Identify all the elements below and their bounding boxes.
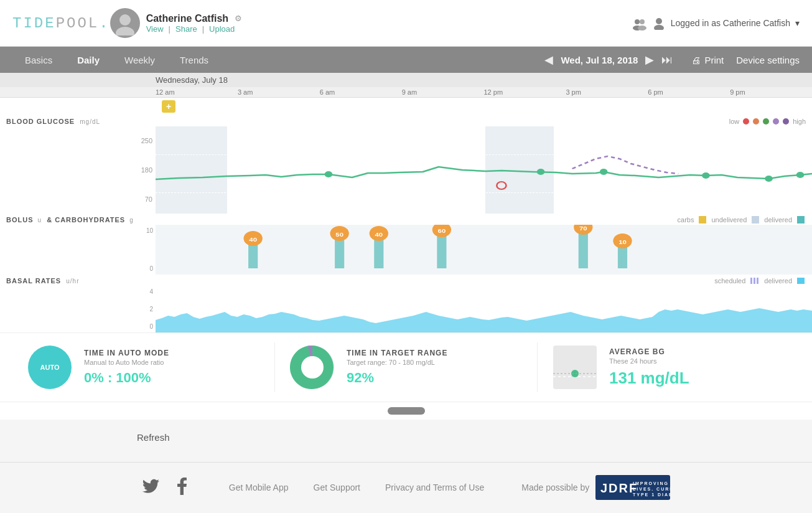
account-group-icon: [632, 16, 647, 31]
next-arrow[interactable]: ▶: [645, 53, 654, 67]
basal-y-axis: 4 2 0: [128, 286, 156, 332]
basal-label: BASAL RATES u/hr: [6, 277, 156, 285]
svg-text:40: 40: [249, 237, 257, 243]
svg-point-18: [301, 356, 324, 379]
scheduled-swatch: [750, 278, 759, 284]
mobile-app-link[interactable]: Get Mobile App: [229, 482, 289, 492]
auto-mode-chart: AUTO: [25, 342, 75, 392]
time-axis: 12 am 3 am 6 am 9 am 12 pm 3 pm 6 pm 9 p…: [0, 87, 812, 98]
scrollbar-thumb[interactable]: [388, 407, 425, 415]
bg-point[interactable]: [600, 169, 608, 175]
time-label-7: 9 pm: [730, 88, 812, 96]
bolus-bar[interactable]: [248, 243, 258, 268]
nav-tabs: Basics Daily Weekly Trends: [12, 50, 221, 70]
bg-section-header: BLOOD GLUCOSE mg/dL low high: [0, 115, 812, 126]
stat-target-range: TIME IN TARGET RANGE Target range: 70 - …: [275, 342, 538, 392]
target-range-value: 92%: [347, 370, 447, 386]
refresh-section: Refresh: [0, 420, 812, 456]
note-icon[interactable]: +: [162, 100, 175, 113]
svg-text:AUTO: AUTO: [40, 364, 60, 371]
user-actions: View | Share | Upload: [146, 24, 242, 34]
bg-point[interactable]: [702, 172, 710, 179]
time-label-2: 6 am: [320, 88, 402, 96]
print-icon: 🖨: [691, 55, 701, 65]
svg-text:LIVES. CURING: LIVES. CURING: [633, 487, 670, 491]
prev-arrow[interactable]: ◀: [544, 53, 553, 67]
time-label-1: 3 am: [238, 88, 320, 96]
delivered-legend-label: delivered: [764, 216, 792, 224]
bg-point[interactable]: [325, 171, 333, 177]
separator2: |: [202, 24, 204, 34]
bolus-section-header: BOLUS u & CARBOHYDRATES g carbs undelive…: [0, 214, 812, 225]
upload-link[interactable]: Upload: [209, 24, 235, 34]
view-link[interactable]: View: [146, 24, 164, 34]
svg-point-5: [638, 26, 646, 31]
bg-y-axis: 250 180 70: [131, 126, 156, 214]
target-range-chart: [287, 342, 337, 392]
support-link[interactable]: Get Support: [314, 482, 361, 492]
basal-legend: scheduled delivered: [714, 277, 806, 285]
facebook-icon[interactable]: [173, 476, 192, 499]
avg-bg-subtitle: These 24 hours: [609, 357, 689, 365]
bolus-bar[interactable]: [437, 235, 446, 268]
basal-chart-svg: [156, 286, 812, 332]
bolus-chart-area: 10 0 40 50 40 60 70 10: [0, 225, 812, 275]
bg-legend: low high: [729, 118, 806, 125]
time-label-6: 6 pm: [648, 88, 730, 96]
svg-point-0: [119, 14, 131, 26]
target-range-subtitle: Target range: 70 - 180 mg/dL: [347, 359, 447, 366]
low-bg-marker[interactable]: [497, 182, 506, 189]
refresh-button[interactable]: Refresh: [137, 432, 170, 443]
basal-section-header: BASAL RATES u/hr scheduled delivered: [0, 275, 812, 286]
bg-point[interactable]: [765, 176, 773, 182]
bolus-label: BOLUS u & CARBOHYDRATES g: [6, 216, 156, 224]
bolus-bar[interactable]: [374, 238, 383, 268]
auto-mode-value: 0% : 100%: [84, 370, 169, 386]
share-link[interactable]: Share: [175, 24, 197, 34]
tab-trends[interactable]: Trends: [167, 50, 221, 70]
time-label-4: 12 pm: [484, 88, 566, 96]
bolus-bar[interactable]: [618, 246, 627, 268]
bg-legend-low: low: [729, 118, 740, 125]
scheduled-legend: scheduled: [714, 277, 745, 285]
bg-chart-area: 250 180 70: [0, 126, 812, 214]
svg-point-2: [635, 19, 640, 24]
tab-daily[interactable]: Daily: [65, 50, 112, 70]
privacy-link[interactable]: Privacy and Terms of Use: [385, 482, 484, 492]
print-button[interactable]: 🖨 Print: [691, 55, 724, 65]
avg-bg-chart: [550, 342, 600, 392]
tab-weekly[interactable]: Weekly: [112, 50, 167, 70]
bolus-bar[interactable]: [579, 232, 588, 268]
gear-icon[interactable]: ⚙: [235, 14, 242, 23]
person-icon: [652, 16, 666, 30]
target-range-info: TIME IN TARGET RANGE Target range: 70 - …: [347, 349, 447, 386]
device-settings-link[interactable]: Device settings: [736, 55, 800, 65]
bg-point[interactable]: [537, 169, 545, 175]
bolus-bar[interactable]: [335, 238, 344, 268]
user-info: Catherine Catfish ⚙ View | Share | Uploa…: [146, 13, 242, 34]
delivered-swatch-basal: [797, 278, 805, 284]
carbs-legend-label: carbs: [678, 216, 694, 224]
stat-avg-bg: AVERAGE BG These 24 hours 131 mg/dL: [538, 342, 800, 392]
footer-links: Get Mobile App Get Support Privacy and T…: [229, 482, 484, 492]
separator: |: [169, 24, 170, 34]
avatar: [110, 8, 140, 38]
jdrf-logo: JDRF IMPROVING LIVES. CURING TYPE 1 DIAB…: [595, 475, 670, 500]
footer-right: Made possible by JDRF IMPROVING LIVES. C…: [521, 475, 670, 500]
made-possible-text: Made possible by: [521, 482, 589, 492]
tab-basics[interactable]: Basics: [12, 50, 65, 70]
twitter-icon[interactable]: [142, 476, 161, 499]
svg-text:50: 50: [335, 232, 343, 238]
dot-low: [753, 118, 759, 125]
bg-label: BLOOD GLUCOSE mg/dL: [6, 118, 156, 125]
dot-very-low: [743, 118, 749, 125]
svg-text:10: 10: [618, 239, 627, 245]
footer: Get Mobile App Get Support Privacy and T…: [0, 462, 812, 512]
chart-scrollbar[interactable]: [0, 402, 812, 420]
dropdown-icon[interactable]: ▾: [795, 18, 800, 28]
note-row: +: [0, 98, 812, 115]
date-navigation: ◀ Wed, Jul 18, 2018 ▶ ⏭: [544, 53, 673, 67]
bg-point[interactable]: [796, 172, 805, 178]
last-arrow[interactable]: ⏭: [661, 54, 673, 67]
print-label: Print: [704, 55, 724, 65]
